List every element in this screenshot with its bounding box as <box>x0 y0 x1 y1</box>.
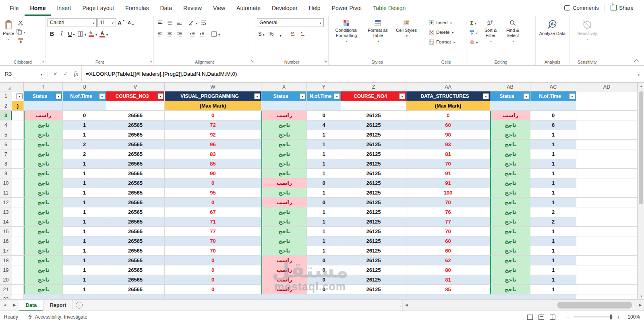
ribbon-tab-file[interactable]: File <box>4 0 25 16</box>
grid-cell[interactable]: 26565 <box>106 159 165 169</box>
formula-bar-drag-handle[interactable] <box>44 66 50 82</box>
sort-filter-button[interactable]: A Z Sort & Filter <box>479 18 502 44</box>
cut-button[interactable] <box>15 18 26 27</box>
formula-input[interactable]: =XLOOKUP(Table1[[#Headers],[Prog2]],Data… <box>81 66 633 82</box>
grid-cell[interactable] <box>12 198 24 207</box>
filter-button[interactable] <box>523 93 529 99</box>
next-sheet-button[interactable] <box>10 300 19 311</box>
status-cell[interactable]: ناجح <box>490 246 530 256</box>
grid-cell[interactable]: 26125 <box>341 227 406 236</box>
format-painter-button[interactable] <box>15 36 26 45</box>
grid-cell[interactable]: 1 <box>63 265 106 275</box>
font-name-combo[interactable]: Calibri <box>48 18 97 27</box>
row-number-17[interactable]: 17 <box>0 246 12 256</box>
grid-cell[interactable]: 26565 <box>106 236 165 246</box>
new-sheet-button[interactable] <box>76 302 83 309</box>
grid-cell[interactable]: 95 <box>165 188 261 198</box>
grid-cell[interactable]: 26125 <box>341 198 406 207</box>
sheet-tab-data[interactable]: Data <box>19 300 43 311</box>
italic-button[interactable]: I <box>57 29 66 38</box>
status-cell[interactable]: ناجح <box>24 217 63 227</box>
grid-cell[interactable]: 0 <box>165 198 261 207</box>
grid-cell[interactable]: 70 <box>406 159 490 169</box>
number-format-combo[interactable]: General <box>257 18 324 27</box>
status-cell[interactable]: ناجح <box>24 140 63 149</box>
grid-cell[interactable] <box>576 111 638 120</box>
grid-cell[interactable] <box>165 294 261 299</box>
row-number-7[interactable]: 7 <box>0 149 12 159</box>
column-header-cell-data-structures[interactable]: DATA_STRUCTURES <box>406 91 490 101</box>
scroll-left-button[interactable] <box>403 300 410 311</box>
grid-cell[interactable] <box>576 169 638 178</box>
status-cell[interactable]: ناجح <box>24 130 63 140</box>
format-cells-button[interactable]: Format <box>428 37 464 46</box>
percent-button[interactable]: % <box>267 29 275 38</box>
grid-cell[interactable] <box>261 294 307 299</box>
grid-cell[interactable]: 77 <box>165 227 261 236</box>
status-cell[interactable]: ناجح <box>490 140 530 149</box>
status-cell[interactable]: ناجح <box>490 159 530 169</box>
clipboard-dialog-launcher-icon[interactable] <box>40 60 45 64</box>
grid-cell[interactable]: 93 <box>406 140 490 149</box>
status-cell[interactable]: راسب <box>24 111 63 120</box>
grid-cell[interactable]: 26125 <box>341 256 406 265</box>
grid-cell[interactable] <box>12 275 24 285</box>
grid-cell[interactable] <box>63 101 106 111</box>
grid-cell[interactable]: 1 <box>530 159 576 169</box>
ribbon-tab-home[interactable]: Home <box>25 0 52 16</box>
page-layout-view-button[interactable] <box>538 315 544 320</box>
grid-cell[interactable]: 1 <box>307 246 341 256</box>
grid-cell[interactable] <box>12 149 24 159</box>
grid-cell[interactable] <box>12 207 24 217</box>
status-cell[interactable]: ناجح <box>490 256 530 265</box>
grid-cell[interactable]: 1 <box>63 188 106 198</box>
row-number-20[interactable]: 20 <box>0 275 12 285</box>
grid-cell[interactable]: 1 <box>530 236 576 246</box>
grid-cell[interactable]: 26125 <box>341 149 406 159</box>
grid-cell[interactable]: 26125 <box>341 188 406 198</box>
grid-cell[interactable]: 26565 <box>106 217 165 227</box>
zoom-slider-thumb[interactable] <box>610 315 612 319</box>
grid-cell[interactable]: 85 <box>406 285 490 294</box>
grid-cell[interactable]: 70 <box>165 236 261 246</box>
align-right-button[interactable] <box>175 29 184 38</box>
filter-button[interactable] <box>483 93 489 99</box>
column-header-AC[interactable]: AC <box>530 83 576 91</box>
grid-cell[interactable]: 26565 <box>106 188 165 198</box>
grid-cell[interactable]: 1 <box>307 169 341 178</box>
delete-cells-button[interactable]: Delete <box>428 28 464 37</box>
grid-cell[interactable] <box>576 159 638 169</box>
row-number-15[interactable]: 15 <box>0 227 12 236</box>
grid-cell[interactable]: 0 <box>307 285 341 294</box>
grid-cell[interactable]: 1 <box>530 246 576 256</box>
fill-color-button[interactable] <box>88 29 98 38</box>
ribbon-tab-automate[interactable]: Automate <box>231 0 266 16</box>
status-cell[interactable]: ناجح <box>490 207 530 217</box>
grid-cell[interactable] <box>576 256 638 265</box>
grid-cell[interactable]: ) <box>12 101 24 111</box>
grid-cell[interactable]: 26565 <box>106 256 165 265</box>
column-header-V[interactable]: V <box>106 83 165 91</box>
status-cell[interactable]: ناجح <box>490 236 530 246</box>
grid-cell[interactable] <box>12 217 24 227</box>
grid-cell[interactable] <box>12 140 24 149</box>
filter-button[interactable] <box>399 93 405 99</box>
grid-cell[interactable] <box>490 294 530 299</box>
cell-styles-button[interactable]: Cell Styles <box>393 18 420 39</box>
previous-sheet-button[interactable] <box>0 300 10 311</box>
filter-button[interactable] <box>300 93 306 99</box>
conditional-formatting-button[interactable]: Conditional Formatting <box>330 18 362 44</box>
grid-cell[interactable]: 1 <box>530 285 576 294</box>
grid-cell[interactable]: 91 <box>406 178 490 188</box>
grid-cell[interactable]: 1 <box>530 275 576 285</box>
font-color-button[interactable]: A <box>99 29 109 38</box>
grid-cell[interactable]: 0 <box>165 178 261 188</box>
status-cell[interactable]: ناجح <box>261 246 307 256</box>
borders-button[interactable] <box>77 29 87 38</box>
grid-cell[interactable]: 26125 <box>341 246 406 256</box>
grid-cell[interactable]: 67 <box>165 207 261 217</box>
zoom-in-button[interactable]: + <box>616 314 621 320</box>
column-header-cell-course-no4[interactable]: COURSE_NO4 <box>341 91 406 101</box>
grid-cell[interactable] <box>63 294 106 299</box>
grid-cell[interactable] <box>576 275 638 285</box>
